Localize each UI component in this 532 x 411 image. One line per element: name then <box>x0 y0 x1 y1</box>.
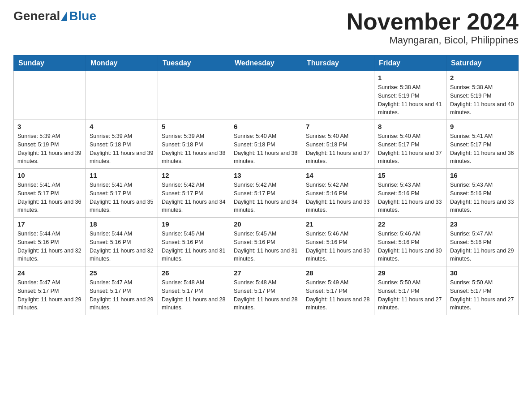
cell-day-number: 23 <box>450 220 515 228</box>
cell-day-number: 22 <box>378 220 442 228</box>
cell-sun-info: Sunrise: 5:47 AMSunset: 5:17 PMDaylight:… <box>90 278 154 312</box>
weekday-header-wednesday: Wednesday <box>230 56 302 71</box>
cell-sun-info: Sunrise: 5:48 AMSunset: 5:17 PMDaylight:… <box>234 278 298 312</box>
cell-day-number: 24 <box>17 269 82 277</box>
cell-sun-info: Sunrise: 5:49 AMSunset: 5:17 PMDaylight:… <box>306 278 370 312</box>
calendar-week-row: 17Sunrise: 5:44 AMSunset: 5:16 PMDayligh… <box>14 218 519 266</box>
calendar-cell: 19Sunrise: 5:45 AMSunset: 5:16 PMDayligh… <box>158 218 230 266</box>
cell-day-number: 6 <box>234 123 298 130</box>
calendar-cell: 23Sunrise: 5:47 AMSunset: 5:16 PMDayligh… <box>446 218 519 266</box>
cell-day-number: 13 <box>234 171 298 179</box>
cell-day-number: 11 <box>90 171 154 179</box>
cell-sun-info: Sunrise: 5:40 AMSunset: 5:17 PMDaylight:… <box>378 132 442 166</box>
calendar-cell <box>14 71 86 120</box>
calendar-cell: 20Sunrise: 5:45 AMSunset: 5:16 PMDayligh… <box>230 218 302 266</box>
cell-day-number: 2 <box>450 74 515 81</box>
cell-day-number: 21 <box>306 220 370 228</box>
cell-day-number: 1 <box>378 74 442 81</box>
cell-sun-info: Sunrise: 5:42 AMSunset: 5:17 PMDaylight:… <box>162 181 226 214</box>
calendar-cell: 13Sunrise: 5:42 AMSunset: 5:17 PMDayligh… <box>230 169 302 218</box>
cell-day-number: 7 <box>306 123 370 130</box>
calendar-week-row: 1Sunrise: 5:38 AMSunset: 5:19 PMDaylight… <box>14 71 519 120</box>
calendar-cell: 26Sunrise: 5:48 AMSunset: 5:17 PMDayligh… <box>158 266 230 315</box>
calendar-cell: 30Sunrise: 5:50 AMSunset: 5:17 PMDayligh… <box>446 266 519 315</box>
cell-day-number: 26 <box>162 269 226 277</box>
cell-day-number: 30 <box>450 269 515 277</box>
logo-general-text: General <box>13 9 60 23</box>
cell-sun-info: Sunrise: 5:38 AMSunset: 5:19 PMDaylight:… <box>378 83 442 117</box>
cell-sun-info: Sunrise: 5:46 AMSunset: 5:16 PMDaylight:… <box>378 230 442 263</box>
cell-day-number: 4 <box>90 123 154 130</box>
cell-sun-info: Sunrise: 5:47 AMSunset: 5:16 PMDaylight:… <box>450 230 515 263</box>
cell-sun-info: Sunrise: 5:44 AMSunset: 5:16 PMDaylight:… <box>90 230 154 263</box>
cell-day-number: 25 <box>90 269 154 277</box>
calendar-cell: 16Sunrise: 5:43 AMSunset: 5:16 PMDayligh… <box>446 169 519 218</box>
calendar-cell: 10Sunrise: 5:41 AMSunset: 5:17 PMDayligh… <box>14 169 86 218</box>
cell-day-number: 8 <box>378 123 442 130</box>
calendar-cell: 17Sunrise: 5:44 AMSunset: 5:16 PMDayligh… <box>14 218 86 266</box>
cell-sun-info: Sunrise: 5:39 AMSunset: 5:18 PMDaylight:… <box>162 132 226 166</box>
cell-day-number: 5 <box>162 123 226 130</box>
calendar-cell: 3Sunrise: 5:39 AMSunset: 5:19 PMDaylight… <box>14 120 86 169</box>
calendar-cell: 5Sunrise: 5:39 AMSunset: 5:18 PMDaylight… <box>158 120 230 169</box>
calendar-cell: 29Sunrise: 5:50 AMSunset: 5:17 PMDayligh… <box>374 266 446 315</box>
weekday-header-friday: Friday <box>374 56 446 71</box>
calendar-week-row: 24Sunrise: 5:47 AMSunset: 5:17 PMDayligh… <box>14 266 519 315</box>
cell-sun-info: Sunrise: 5:45 AMSunset: 5:16 PMDaylight:… <box>234 230 298 263</box>
cell-sun-info: Sunrise: 5:46 AMSunset: 5:16 PMDaylight:… <box>306 230 370 263</box>
cell-sun-info: Sunrise: 5:39 AMSunset: 5:18 PMDaylight:… <box>90 132 154 166</box>
calendar-cell: 14Sunrise: 5:42 AMSunset: 5:16 PMDayligh… <box>302 169 374 218</box>
calendar-cell: 6Sunrise: 5:40 AMSunset: 5:18 PMDaylight… <box>230 120 302 169</box>
calendar-cell: 1Sunrise: 5:38 AMSunset: 5:19 PMDaylight… <box>374 71 446 120</box>
cell-day-number: 16 <box>450 171 515 179</box>
cell-sun-info: Sunrise: 5:43 AMSunset: 5:16 PMDaylight:… <box>378 181 442 214</box>
calendar-cell <box>86 71 158 120</box>
weekday-header-saturday: Saturday <box>446 56 519 71</box>
calendar-cell <box>158 71 230 120</box>
logo-triangle-icon <box>61 11 67 21</box>
weekday-header-monday: Monday <box>86 56 158 71</box>
calendar-cell: 2Sunrise: 5:38 AMSunset: 5:19 PMDaylight… <box>446 71 519 120</box>
cell-day-number: 19 <box>162 220 226 228</box>
cell-sun-info: Sunrise: 5:40 AMSunset: 5:18 PMDaylight:… <box>306 132 370 166</box>
calendar-cell: 27Sunrise: 5:48 AMSunset: 5:17 PMDayligh… <box>230 266 302 315</box>
cell-sun-info: Sunrise: 5:39 AMSunset: 5:19 PMDaylight:… <box>17 132 82 166</box>
cell-day-number: 20 <box>234 220 298 228</box>
cell-day-number: 14 <box>306 171 370 179</box>
calendar-header-row: SundayMondayTuesdayWednesdayThursdayFrid… <box>14 56 519 71</box>
calendar-cell: 25Sunrise: 5:47 AMSunset: 5:17 PMDayligh… <box>86 266 158 315</box>
calendar-cell: 22Sunrise: 5:46 AMSunset: 5:16 PMDayligh… <box>374 218 446 266</box>
cell-sun-info: Sunrise: 5:42 AMSunset: 5:16 PMDaylight:… <box>306 181 370 214</box>
calendar-title: November 2024 <box>347 9 519 34</box>
cell-sun-info: Sunrise: 5:45 AMSunset: 5:16 PMDaylight:… <box>162 230 226 263</box>
cell-sun-info: Sunrise: 5:41 AMSunset: 5:17 PMDaylight:… <box>90 181 154 214</box>
cell-day-number: 15 <box>378 171 442 179</box>
calendar-table: SundayMondayTuesdayWednesdayThursdayFrid… <box>13 55 519 315</box>
page-header: General Blue November 2024 Mayngaran, Bi… <box>13 9 519 46</box>
cell-sun-info: Sunrise: 5:47 AMSunset: 5:17 PMDaylight:… <box>17 278 82 312</box>
calendar-cell: 18Sunrise: 5:44 AMSunset: 5:16 PMDayligh… <box>86 218 158 266</box>
cell-sun-info: Sunrise: 5:50 AMSunset: 5:17 PMDaylight:… <box>450 278 515 312</box>
calendar-cell: 7Sunrise: 5:40 AMSunset: 5:18 PMDaylight… <box>302 120 374 169</box>
calendar-cell: 12Sunrise: 5:42 AMSunset: 5:17 PMDayligh… <box>158 169 230 218</box>
calendar-week-row: 10Sunrise: 5:41 AMSunset: 5:17 PMDayligh… <box>14 169 519 218</box>
cell-day-number: 27 <box>234 269 298 277</box>
cell-sun-info: Sunrise: 5:42 AMSunset: 5:17 PMDaylight:… <box>234 181 298 214</box>
cell-sun-info: Sunrise: 5:41 AMSunset: 5:17 PMDaylight:… <box>450 132 515 166</box>
cell-sun-info: Sunrise: 5:41 AMSunset: 5:17 PMDaylight:… <box>17 181 82 214</box>
cell-sun-info: Sunrise: 5:43 AMSunset: 5:16 PMDaylight:… <box>450 181 515 214</box>
cell-day-number: 12 <box>162 171 226 179</box>
calendar-week-row: 3Sunrise: 5:39 AMSunset: 5:19 PMDaylight… <box>14 120 519 169</box>
cell-day-number: 10 <box>17 171 82 179</box>
calendar-cell: 15Sunrise: 5:43 AMSunset: 5:16 PMDayligh… <box>374 169 446 218</box>
cell-sun-info: Sunrise: 5:44 AMSunset: 5:16 PMDaylight:… <box>17 230 82 263</box>
cell-sun-info: Sunrise: 5:38 AMSunset: 5:19 PMDaylight:… <box>450 83 515 117</box>
cell-day-number: 3 <box>17 123 82 130</box>
cell-sun-info: Sunrise: 5:50 AMSunset: 5:17 PMDaylight:… <box>378 278 442 312</box>
calendar-subtitle: Mayngaran, Bicol, Philippines <box>347 34 519 46</box>
calendar-cell: 21Sunrise: 5:46 AMSunset: 5:16 PMDayligh… <box>302 218 374 266</box>
calendar-cell: 24Sunrise: 5:47 AMSunset: 5:17 PMDayligh… <box>14 266 86 315</box>
cell-sun-info: Sunrise: 5:40 AMSunset: 5:18 PMDaylight:… <box>234 132 298 166</box>
cell-day-number: 29 <box>378 269 442 277</box>
calendar-cell <box>230 71 302 120</box>
